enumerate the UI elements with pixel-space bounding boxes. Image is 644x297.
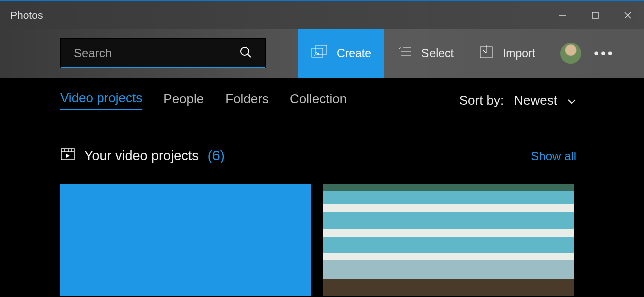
import-button[interactable]: Import xyxy=(466,29,548,78)
title-bar: Photos xyxy=(0,1,644,29)
project-thumbnail[interactable] xyxy=(60,184,311,296)
svg-rect-1 xyxy=(592,12,598,18)
tab-people[interactable]: People xyxy=(163,91,204,110)
app-title: Photos xyxy=(10,9,43,21)
film-icon xyxy=(60,148,75,164)
create-label: Create xyxy=(337,47,371,60)
projects-row xyxy=(60,184,576,296)
more-icon: ••• xyxy=(594,45,614,61)
select-icon xyxy=(396,45,412,61)
toolbar: Create Select Import ••• xyxy=(0,29,644,78)
search-box[interactable] xyxy=(60,38,266,68)
import-label: Import xyxy=(503,47,535,60)
content-area: Video projects People Folders Collection… xyxy=(0,78,644,296)
svg-point-4 xyxy=(241,47,249,55)
svg-line-5 xyxy=(248,54,251,57)
close-icon xyxy=(623,11,632,20)
sort-value: Newest xyxy=(514,93,557,108)
svg-rect-14 xyxy=(61,149,74,160)
sort-label: Sort by: xyxy=(459,93,504,108)
sort-control[interactable]: Sort by: Newest xyxy=(459,93,576,108)
search-input[interactable] xyxy=(74,46,239,60)
show-all-link[interactable]: Show all xyxy=(531,149,576,163)
user-avatar[interactable] xyxy=(560,43,581,64)
create-icon xyxy=(311,44,328,62)
maximize-icon xyxy=(591,11,599,19)
chevron-down-icon xyxy=(567,93,576,108)
more-button[interactable]: ••• xyxy=(594,45,614,61)
search-icon xyxy=(239,46,252,61)
tab-video-projects[interactable]: Video projects xyxy=(60,90,142,110)
select-label: Select xyxy=(421,47,454,60)
section-header: Your video projects (6) Show all xyxy=(60,148,576,164)
tabs: Video projects People Folders Collection… xyxy=(60,90,644,110)
section-title: Your video projects xyxy=(84,148,199,164)
close-button[interactable] xyxy=(611,1,644,29)
section-count: (6) xyxy=(208,148,225,164)
import-icon xyxy=(479,44,494,62)
window-controls xyxy=(546,1,644,29)
create-button[interactable]: Create xyxy=(298,29,384,78)
select-button[interactable]: Select xyxy=(384,29,466,78)
project-thumbnail[interactable] xyxy=(323,184,574,296)
video-projects-section: Your video projects (6) Show all xyxy=(60,148,644,296)
tab-collection[interactable]: Collection xyxy=(290,91,347,110)
minimize-button[interactable] xyxy=(546,1,579,29)
maximize-button[interactable] xyxy=(579,1,611,29)
tab-folders[interactable]: Folders xyxy=(225,91,269,110)
svg-marker-19 xyxy=(66,154,70,158)
minimize-icon xyxy=(558,11,567,20)
